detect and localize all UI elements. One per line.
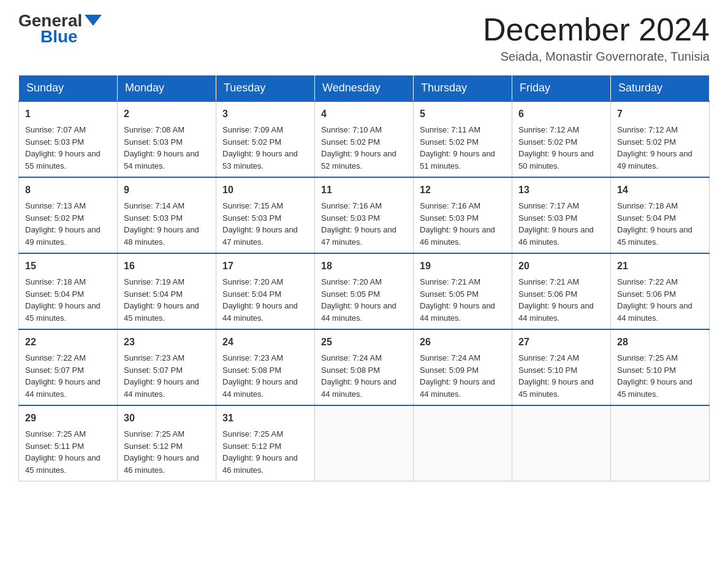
calendar-day-cell: 18 Sunrise: 7:20 AMSunset: 5:05 PMDaylig… [315, 253, 414, 329]
weekday-header-cell: Monday [118, 75, 216, 102]
day-number: 6 [518, 107, 604, 121]
day-info: Sunrise: 7:11 AMSunset: 5:02 PMDaylight:… [420, 125, 495, 170]
calendar-day-cell: 28 Sunrise: 7:25 AMSunset: 5:10 PMDaylig… [611, 329, 710, 405]
calendar-title: December 2024 [483, 12, 710, 47]
day-info: Sunrise: 7:24 AMSunset: 5:08 PMDaylight:… [321, 353, 396, 399]
header: General Blue December 2024 Seiada, Monas… [18, 12, 710, 64]
day-info: Sunrise: 7:10 AMSunset: 5:02 PMDaylight:… [321, 125, 396, 170]
day-info: Sunrise: 7:25 AMSunset: 5:12 PMDaylight:… [222, 429, 298, 475]
day-info: Sunrise: 7:22 AMSunset: 5:06 PMDaylight:… [617, 277, 692, 323]
day-number: 14 [617, 183, 703, 197]
day-number: 2 [124, 107, 210, 121]
day-number: 27 [518, 335, 604, 350]
day-number: 22 [25, 335, 111, 350]
calendar-day-cell: 30 Sunrise: 7:25 AMSunset: 5:12 PMDaylig… [118, 405, 216, 481]
calendar-day-cell: 20 Sunrise: 7:21 AMSunset: 5:06 PMDaylig… [512, 253, 611, 329]
day-info: Sunrise: 7:21 AMSunset: 5:05 PMDaylight:… [420, 277, 495, 323]
calendar-day-cell [315, 405, 414, 481]
logo-blue-text: Blue [40, 27, 78, 47]
day-info: Sunrise: 7:18 AMSunset: 5:04 PMDaylight:… [25, 277, 100, 323]
day-number: 26 [420, 335, 506, 350]
calendar-day-cell: 15 Sunrise: 7:18 AMSunset: 5:04 PMDaylig… [19, 253, 118, 329]
day-info: Sunrise: 7:15 AMSunset: 5:03 PMDaylight:… [222, 201, 298, 247]
calendar-day-cell: 8 Sunrise: 7:13 AMSunset: 5:02 PMDayligh… [19, 177, 118, 253]
day-number: 1 [25, 107, 111, 121]
calendar-day-cell: 3 Sunrise: 7:09 AMSunset: 5:02 PMDayligh… [216, 101, 315, 177]
day-info: Sunrise: 7:23 AMSunset: 5:07 PMDaylight:… [124, 353, 199, 399]
calendar-day-cell: 27 Sunrise: 7:24 AMSunset: 5:10 PMDaylig… [512, 329, 611, 405]
day-info: Sunrise: 7:16 AMSunset: 5:03 PMDaylight:… [321, 201, 396, 247]
logo: General Blue [18, 12, 102, 47]
day-info: Sunrise: 7:12 AMSunset: 5:02 PMDaylight:… [617, 125, 692, 170]
day-number: 7 [617, 107, 703, 121]
weekday-header-cell: Wednesday [315, 75, 414, 102]
calendar-day-cell: 17 Sunrise: 7:20 AMSunset: 5:04 PMDaylig… [216, 253, 315, 329]
calendar-day-cell: 29 Sunrise: 7:25 AMSunset: 5:11 PMDaylig… [19, 405, 118, 481]
weekday-header-cell: Sunday [19, 75, 118, 102]
calendar-day-cell: 23 Sunrise: 7:23 AMSunset: 5:07 PMDaylig… [118, 329, 216, 405]
calendar-day-cell: 19 Sunrise: 7:21 AMSunset: 5:05 PMDaylig… [414, 253, 512, 329]
day-info: Sunrise: 7:07 AMSunset: 5:03 PMDaylight:… [25, 125, 100, 170]
day-info: Sunrise: 7:08 AMSunset: 5:03 PMDaylight:… [124, 125, 199, 170]
day-info: Sunrise: 7:09 AMSunset: 5:02 PMDaylight:… [222, 125, 298, 170]
calendar-day-cell [414, 405, 512, 481]
day-number: 20 [518, 259, 604, 274]
title-block: December 2024 Seiada, Monastir Governora… [483, 12, 710, 64]
day-info: Sunrise: 7:18 AMSunset: 5:04 PMDaylight:… [617, 201, 692, 247]
day-number: 16 [124, 259, 210, 274]
day-info: Sunrise: 7:25 AMSunset: 5:12 PMDaylight:… [124, 429, 199, 475]
calendar-day-cell: 22 Sunrise: 7:22 AMSunset: 5:07 PMDaylig… [19, 329, 118, 405]
day-number: 3 [222, 107, 308, 121]
logo-triangle-icon [85, 15, 102, 26]
day-number: 25 [321, 335, 407, 350]
day-number: 19 [420, 259, 506, 274]
weekday-header-cell: Thursday [414, 75, 512, 102]
calendar-week-row: 1 Sunrise: 7:07 AMSunset: 5:03 PMDayligh… [19, 101, 710, 177]
calendar-day-cell: 13 Sunrise: 7:17 AMSunset: 5:03 PMDaylig… [512, 177, 611, 253]
calendar-day-cell: 4 Sunrise: 7:10 AMSunset: 5:02 PMDayligh… [315, 101, 414, 177]
calendar-body: 1 Sunrise: 7:07 AMSunset: 5:03 PMDayligh… [19, 101, 710, 481]
weekday-header-cell: Saturday [611, 75, 710, 102]
calendar-day-cell: 2 Sunrise: 7:08 AMSunset: 5:03 PMDayligh… [118, 101, 216, 177]
day-info: Sunrise: 7:12 AMSunset: 5:02 PMDaylight:… [518, 125, 594, 170]
day-info: Sunrise: 7:17 AMSunset: 5:03 PMDaylight:… [518, 201, 594, 247]
calendar-day-cell [611, 405, 710, 481]
calendar-day-cell: 1 Sunrise: 7:07 AMSunset: 5:03 PMDayligh… [19, 101, 118, 177]
calendar-day-cell [512, 405, 611, 481]
day-info: Sunrise: 7:25 AMSunset: 5:10 PMDaylight:… [617, 353, 692, 399]
weekday-header-cell: Tuesday [216, 75, 315, 102]
day-info: Sunrise: 7:24 AMSunset: 5:10 PMDaylight:… [518, 353, 594, 399]
calendar-table: SundayMondayTuesdayWednesdayThursdayFrid… [18, 75, 710, 481]
calendar-day-cell: 5 Sunrise: 7:11 AMSunset: 5:02 PMDayligh… [414, 101, 512, 177]
day-number: 8 [25, 183, 111, 197]
weekday-header-row: SundayMondayTuesdayWednesdayThursdayFrid… [19, 75, 710, 102]
day-number: 9 [124, 183, 210, 197]
day-number: 24 [222, 335, 308, 350]
calendar-day-cell: 9 Sunrise: 7:14 AMSunset: 5:03 PMDayligh… [118, 177, 216, 253]
day-info: Sunrise: 7:22 AMSunset: 5:07 PMDaylight:… [25, 353, 100, 399]
calendar-day-cell: 10 Sunrise: 7:15 AMSunset: 5:03 PMDaylig… [216, 177, 315, 253]
calendar-day-cell: 6 Sunrise: 7:12 AMSunset: 5:02 PMDayligh… [512, 101, 611, 177]
day-info: Sunrise: 7:20 AMSunset: 5:05 PMDaylight:… [321, 277, 396, 323]
day-number: 13 [518, 183, 604, 197]
day-info: Sunrise: 7:20 AMSunset: 5:04 PMDaylight:… [222, 277, 298, 323]
day-info: Sunrise: 7:19 AMSunset: 5:04 PMDaylight:… [124, 277, 199, 323]
day-number: 10 [222, 183, 308, 197]
calendar-week-row: 22 Sunrise: 7:22 AMSunset: 5:07 PMDaylig… [19, 329, 710, 405]
calendar-day-cell: 31 Sunrise: 7:25 AMSunset: 5:12 PMDaylig… [216, 405, 315, 481]
calendar-day-cell: 21 Sunrise: 7:22 AMSunset: 5:06 PMDaylig… [611, 253, 710, 329]
day-number: 17 [222, 259, 308, 274]
calendar-location: Seiada, Monastir Governorate, Tunisia [483, 50, 710, 64]
calendar-day-cell: 26 Sunrise: 7:24 AMSunset: 5:09 PMDaylig… [414, 329, 512, 405]
day-number: 31 [222, 411, 308, 426]
day-number: 29 [25, 411, 111, 426]
day-number: 18 [321, 259, 407, 274]
day-number: 21 [617, 259, 703, 274]
day-info: Sunrise: 7:23 AMSunset: 5:08 PMDaylight:… [222, 353, 298, 399]
day-number: 5 [420, 107, 506, 121]
calendar-day-cell: 7 Sunrise: 7:12 AMSunset: 5:02 PMDayligh… [611, 101, 710, 177]
weekday-header-cell: Friday [512, 75, 611, 102]
day-info: Sunrise: 7:25 AMSunset: 5:11 PMDaylight:… [25, 429, 100, 475]
day-info: Sunrise: 7:14 AMSunset: 5:03 PMDaylight:… [124, 201, 199, 247]
calendar-day-cell: 24 Sunrise: 7:23 AMSunset: 5:08 PMDaylig… [216, 329, 315, 405]
